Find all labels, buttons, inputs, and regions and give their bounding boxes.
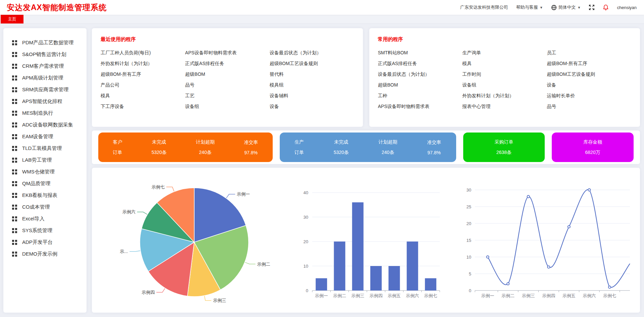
program-link[interactable]: 外协发料计划（为计划） <box>462 90 547 101</box>
program-link[interactable]: 模具 <box>101 90 185 101</box>
stat-label: 未完成 <box>152 139 166 145</box>
sidebar-item[interactable]: SYS系统管理 <box>12 225 83 236</box>
notification-bell-icon[interactable] <box>603 4 609 11</box>
program-link[interactable]: 员工 <box>547 47 631 58</box>
program-link[interactable]: APS设备即时物料需求表 <box>185 47 270 58</box>
program-link[interactable]: 运输时长单价 <box>547 90 631 101</box>
bar-示例一[interactable] <box>316 278 327 291</box>
bar-示例七[interactable] <box>425 278 436 291</box>
sidebar-item[interactable]: CRM客户需求管理 <box>12 60 83 72</box>
y-axis-tick-label: 20 <box>467 221 471 226</box>
module-grid-icon <box>12 252 17 257</box>
module-grid-icon <box>12 169 17 174</box>
sidebar-item[interactable]: QM品质管理 <box>12 178 83 190</box>
program-link[interactable]: 工艺 <box>185 90 270 101</box>
sidebar-item[interactable]: ADC设备联网数据采集 <box>12 119 83 131</box>
x-axis-tick-label: 示例五 <box>562 293 576 298</box>
tab-home[interactable]: 主页 <box>1 15 23 23</box>
program-link[interactable]: 正式版AS排程任务 <box>185 58 270 69</box>
sidebar-item[interactable]: TLD工装模具管理 <box>12 143 83 154</box>
stat-card-purchase-orders[interactable]: 采购订单2638条 <box>463 133 545 162</box>
program-link[interactable]: 模具组 <box>270 80 354 90</box>
stat-value: 6820万 <box>585 150 600 156</box>
program-link[interactable]: 下工序设备 <box>101 101 185 112</box>
bar-示例五[interactable] <box>388 266 400 290</box>
program-link[interactable]: APS设备即时物料需求表 <box>378 101 463 112</box>
program-link[interactable]: 设备组 <box>462 80 547 90</box>
sidebar-item-label: DEMO开发示例 <box>22 251 57 257</box>
program-link[interactable]: 外协发料计划（为计划） <box>101 58 185 69</box>
program-link[interactable]: 超级BOM-所有工序 <box>547 58 631 69</box>
stat-card-customer-orders[interactable]: 客户订单未完成5320条计划超期240条准交率97.8% <box>98 133 273 162</box>
program-link[interactable]: 生产询单 <box>462 47 547 58</box>
program-link[interactable]: 超级BOM工艺设备规则 <box>270 58 354 69</box>
username[interactable]: chensiyan <box>617 5 637 10</box>
program-link[interactable]: 品号 <box>185 80 270 90</box>
sidebar-item[interactable]: PDM产品工艺数据管理 <box>12 37 83 49</box>
x-axis-tick-label: 示例二 <box>501 293 515 298</box>
program-link[interactable]: 模具 <box>462 58 547 69</box>
x-axis-tick-label: 示例一 <box>481 293 494 298</box>
sidebar-item[interactable]: SRM供应商需求管理 <box>12 84 83 96</box>
program-link[interactable]: 超级BOM-所有工序 <box>101 69 185 80</box>
program-link[interactable]: 工作时间 <box>462 69 547 80</box>
sidebar-item[interactable]: CO成本管理 <box>12 201 83 213</box>
program-link[interactable]: 工种 <box>378 90 463 101</box>
program-link[interactable]: 设备 <box>547 80 631 90</box>
sidebar-item[interactable]: WMS仓储管理 <box>12 166 83 178</box>
data-point-示例五[interactable] <box>568 225 570 228</box>
program-link[interactable]: 替代料 <box>270 69 354 80</box>
stat-card-inventory-amount[interactable]: 库存金额6820万 <box>552 133 634 162</box>
bar-示例四[interactable] <box>370 266 382 290</box>
program-link[interactable]: 产品公司 <box>101 80 185 90</box>
module-grid-icon <box>12 111 17 116</box>
stat-value: 5320条 <box>152 150 167 156</box>
pie-label: 示例二 <box>257 262 270 267</box>
module-grid-icon <box>12 158 17 163</box>
bar-示例六[interactable] <box>407 242 418 290</box>
program-link[interactable]: 工厂工种人员负荷(每日) <box>101 47 185 58</box>
module-grid-icon <box>12 216 17 221</box>
data-point-示例三[interactable] <box>527 195 530 198</box>
fullscreen-icon[interactable] <box>589 4 595 10</box>
data-point-示例四[interactable] <box>547 266 550 268</box>
program-link[interactable]: 设备最后状态（为计划） <box>270 47 354 58</box>
program-link[interactable]: 设备辅料 <box>270 90 354 101</box>
sidebar-item-label: EKB看板与报表 <box>22 192 57 199</box>
sidebar-item[interactable]: EAM设备管理 <box>12 131 83 143</box>
stat-card-production-orders[interactable]: 生产订单未完成5320条计划超期240条准交率97.8% <box>280 133 456 162</box>
program-link[interactable]: 设备 <box>270 101 354 112</box>
program-link[interactable]: 超级BOM工艺设备规则 <box>547 69 631 80</box>
data-point-示例二[interactable] <box>507 282 509 285</box>
data-point-示例一[interactable] <box>486 256 489 258</box>
program-link[interactable]: 报表中心管理 <box>462 101 547 112</box>
data-point-示例七[interactable] <box>608 286 611 288</box>
sidebar-item-label: CO成本管理 <box>22 204 50 210</box>
sidebar-item[interactable]: APS智能优化排程 <box>12 96 83 107</box>
program-link[interactable]: SMT料站BOM <box>378 47 463 58</box>
bar-示例三[interactable] <box>352 202 364 290</box>
program-link[interactable]: 超级BOM <box>185 69 270 80</box>
program-link[interactable]: 超级BOM <box>378 80 463 90</box>
program-link[interactable]: 品号 <box>547 101 631 112</box>
program-link[interactable]: 正式版AS排程任务 <box>378 58 463 69</box>
sidebar-item[interactable]: Excel导入 <box>12 213 83 225</box>
program-link[interactable]: 设备组 <box>185 101 270 112</box>
help-menu[interactable]: 帮助与客服 ▼ <box>516 4 543 10</box>
line-chart: 051015202530示例一示例二示例三示例四示例五示例六示例七 <box>458 172 633 308</box>
language-menu[interactable]: 简体中文 ▼ <box>551 4 581 10</box>
sidebar-item[interactable]: ADP开发平台 <box>12 236 83 248</box>
company-name: 广东安达发科技有限公司 <box>460 4 508 10</box>
sidebar-item[interactable]: S&OP销售运营计划 <box>12 49 83 60</box>
sidebar-item[interactable]: MES制造执行 <box>12 107 83 119</box>
sidebar-item[interactable]: DEMO开发示例 <box>12 248 83 260</box>
sidebar-item[interactable]: LAB劳工管理 <box>12 154 83 166</box>
data-point-示例六[interactable] <box>588 189 590 191</box>
sidebar-item[interactable]: EKB看板与报表 <box>12 190 83 201</box>
sidebar-item[interactable]: APM高级计划管理 <box>12 72 83 84</box>
program-link[interactable]: 设备最后状态（为计划） <box>378 69 463 80</box>
x-axis-tick-label: 示例三 <box>522 293 535 298</box>
stat-column: 计划超期240条 <box>378 139 397 156</box>
bar-示例二[interactable] <box>334 242 345 290</box>
common-programs-column: 员工超级BOM-所有工序超级BOM工艺设备规则设备运输时长单价品号 <box>547 47 631 112</box>
